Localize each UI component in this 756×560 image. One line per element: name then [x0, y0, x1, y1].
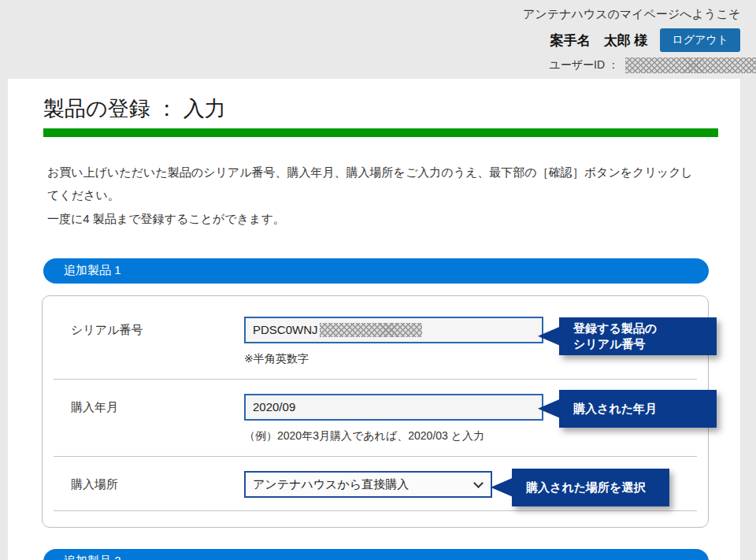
user-id-redacted-block	[625, 57, 756, 73]
page-title: 製品の登録 ： 入力	[43, 95, 718, 123]
purchase-place-select-wrap: アンテナハウスから直接購入	[244, 471, 492, 498]
serial-number-value: PDSC0WNJ	[253, 323, 318, 336]
section-title: 追加製品 2	[64, 554, 121, 560]
purchase-date-callout: 購入された年月	[559, 390, 717, 428]
instructions: お買い上げいただいた製品のシリアル番号、購入年月、購入場所をご入力のうえ、最下部…	[47, 161, 701, 230]
instructions-line1: お買い上げいただいた製品のシリアル番号、購入年月、購入場所をご入力のうえ、最下部…	[47, 165, 693, 202]
user-line: 案手名 太郎 様 ログアウト	[16, 28, 740, 52]
welcome-message: アンテナハウスのマイページへようこそ	[16, 7, 740, 22]
product-1-form-card: シリアル番号 PDSC0WNJ ※半角英数字 登録する製品の シリアル番号 購入…	[42, 295, 709, 528]
serial-number-row: シリアル番号 PDSC0WNJ ※半角英数字 登録する製品の シリアル番号	[54, 302, 697, 380]
purchase-date-row: 購入年月 （例）2020年3月購入であれば、2020/03 と入力 購入された年…	[54, 380, 697, 457]
main-panel: 製品の登録 ： 入力 お買い上げいただいた製品のシリアル番号、購入年月、購入場所…	[8, 79, 740, 560]
purchase-place-label: 購入場所	[71, 471, 244, 492]
serial-number-callout: 登録する製品の シリアル番号	[559, 317, 717, 355]
title-underline-bar	[43, 128, 718, 137]
purchase-place-callout: 購入された場所を選択	[512, 469, 669, 506]
callout-text-line1: 登録する製品の	[573, 321, 706, 336]
serial-number-redacted-block	[320, 323, 422, 337]
user-id-label: ユーザーID ：	[549, 58, 619, 72]
serial-number-label: シリアル番号	[71, 317, 244, 338]
section-title: 追加製品 1	[64, 263, 121, 278]
callout-text: 購入された場所を選択	[526, 480, 658, 495]
purchase-place-row: 購入場所 アンテナハウスから直接購入 購入された場所を選択	[54, 457, 697, 511]
page-header: アンテナハウスのマイページへようこそ 案手名 太郎 様 ログアウト ユーザーID…	[0, 0, 756, 73]
callout-text-line2: シリアル番号	[573, 336, 706, 352]
callout-text: 購入された年月	[573, 401, 706, 417]
purchase-date-label: 購入年月	[71, 394, 244, 415]
section-header-product-1: 追加製品 1	[43, 258, 709, 284]
purchase-date-hint: （例）2020年3月購入であれば、2020/03 と入力	[244, 429, 692, 443]
section-header-product-2: 追加製品 2	[43, 549, 709, 560]
instructions-line2: 一度に4 製品まで登録することができます。	[47, 212, 285, 225]
purchase-date-input[interactable]	[244, 394, 543, 421]
user-id-line: ユーザーID ：	[16, 57, 740, 73]
purchase-place-select[interactable]: アンテナハウスから直接購入	[244, 471, 492, 498]
logout-button[interactable]: ログアウト	[660, 28, 740, 52]
serial-number-input[interactable]: PDSC0WNJ	[244, 317, 543, 343]
user-name: 案手名 太郎 様	[550, 32, 648, 50]
